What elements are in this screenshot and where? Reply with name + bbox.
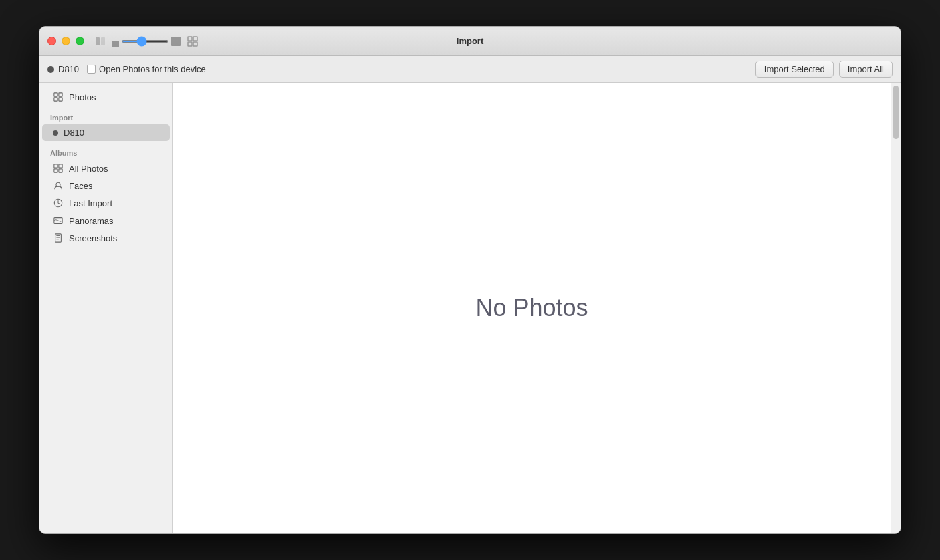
titlebar: Import: [39, 27, 901, 56]
scrollbar-thumb[interactable]: [893, 86, 899, 139]
device-indicator: D810: [47, 64, 79, 74]
open-photos-label-container: Open Photos for this device: [87, 64, 206, 74]
sidebar-item-photos[interactable]: Photos: [42, 88, 170, 106]
fullscreen-icon[interactable]: [187, 36, 198, 47]
svg-rect-5: [193, 37, 197, 41]
svg-rect-15: [59, 169, 62, 172]
faces-label: Faces: [69, 181, 92, 191]
traffic-lights: [47, 37, 84, 45]
last-import-icon: [53, 198, 64, 208]
small-thumbnail-icon: [112, 38, 119, 45]
import-selected-button[interactable]: Import Selected: [755, 61, 834, 78]
albums-section-header: Albums: [39, 141, 172, 160]
device-status-dot: [47, 66, 54, 73]
screenshots-label: Screenshots: [69, 233, 117, 243]
sidebar-item-all-photos[interactable]: All Photos: [42, 160, 170, 177]
svg-rect-13: [59, 164, 62, 168]
svg-rect-19: [55, 234, 62, 242]
open-photos-checkbox[interactable]: [87, 65, 96, 74]
sidebar-item-d810[interactable]: D810: [42, 124, 170, 141]
svg-rect-3: [171, 37, 181, 46]
app-window: Import D810 Open Photos for this device …: [39, 26, 901, 534]
svg-rect-9: [59, 93, 62, 96]
faces-icon: [53, 180, 64, 191]
import-all-button[interactable]: Import All: [839, 61, 893, 78]
sidebar-item-last-import[interactable]: Last Import: [42, 194, 170, 212]
toolbar: D810 Open Photos for this device Import …: [39, 56, 901, 83]
titlebar-controls: [95, 36, 198, 47]
svg-rect-4: [188, 37, 192, 41]
large-thumbnail-icon: [171, 37, 181, 46]
screenshots-icon: [53, 233, 64, 243]
panoramas-label: Panoramas: [69, 216, 113, 226]
sidebar-d810-label: D810: [64, 128, 84, 138]
svg-rect-12: [54, 164, 57, 168]
sidebar-item-screenshots[interactable]: Screenshots: [42, 229, 170, 247]
all-photos-icon: [53, 163, 64, 174]
content-area: Photos Import D810 Albums: [39, 83, 901, 533]
svg-rect-6: [188, 42, 192, 46]
scrollbar-track[interactable]: [891, 83, 901, 533]
svg-rect-14: [54, 169, 57, 172]
sidebar-item-panoramas[interactable]: Panoramas: [42, 212, 170, 229]
maximize-button[interactable]: [76, 37, 84, 45]
import-section-header: Import: [39, 106, 172, 124]
open-photos-text: Open Photos for this device: [99, 64, 206, 74]
last-import-label: Last Import: [69, 198, 112, 208]
svg-rect-11: [59, 98, 62, 101]
svg-rect-0: [96, 37, 100, 45]
thumbnail-size-slider[interactable]: [122, 40, 168, 43]
main-content-area: No Photos: [173, 83, 891, 533]
window-title: Import: [457, 36, 483, 46]
sidebar-toggle-icon[interactable]: [95, 36, 106, 47]
sidebar: Photos Import D810 Albums: [39, 83, 173, 533]
svg-rect-1: [101, 37, 105, 45]
panoramas-icon: [53, 215, 64, 226]
device-name-toolbar: D810: [58, 64, 79, 74]
empty-state-text: No Photos: [475, 294, 588, 322]
device-dot-sidebar: [53, 130, 58, 136]
sidebar-photos-label: Photos: [69, 92, 96, 102]
svg-rect-7: [193, 42, 197, 46]
svg-rect-8: [54, 93, 57, 96]
all-photos-label: All Photos: [69, 164, 108, 174]
close-button[interactable]: [47, 37, 56, 45]
sidebar-item-faces[interactable]: Faces: [42, 177, 170, 194]
minimize-button[interactable]: [62, 37, 70, 45]
photos-icon: [53, 92, 64, 102]
svg-rect-2: [112, 41, 119, 47]
svg-rect-10: [54, 98, 57, 101]
thumbnail-slider-container: [112, 37, 181, 46]
toolbar-right: Import Selected Import All: [755, 61, 893, 78]
